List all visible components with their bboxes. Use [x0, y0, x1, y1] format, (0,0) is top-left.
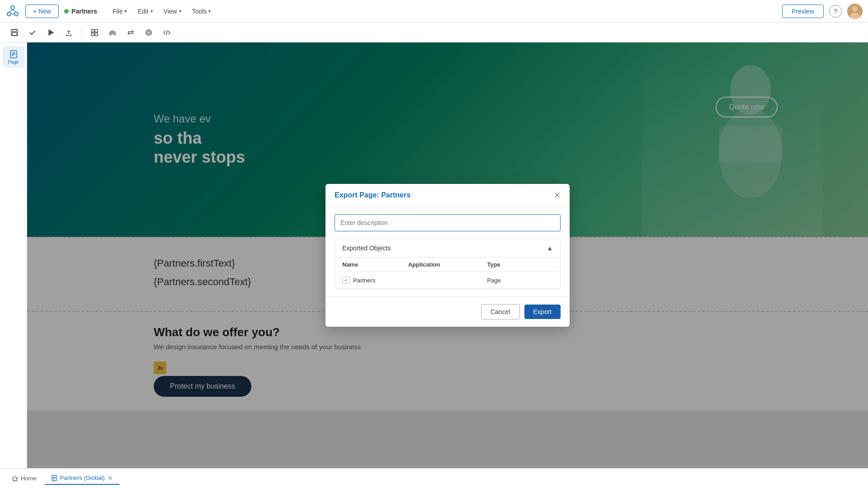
table-header-row: Name Application Type: [335, 258, 560, 272]
exported-objects-header[interactable]: Exported Objects ▲: [335, 239, 560, 257]
svg-line-24: [166, 30, 167, 35]
new-button[interactable]: + New: [25, 5, 59, 18]
svg-line-4: [13, 9, 16, 12]
transfer-icon[interactable]: [123, 25, 138, 40]
svg-rect-17: [95, 33, 98, 36]
grid-icon[interactable]: [87, 25, 102, 40]
modal-overlay: Export Page: Partners ✕ Exported Objects…: [27, 42, 868, 468]
exported-objects-label: Exported Objects: [342, 244, 391, 252]
layers-icon[interactable]: [105, 25, 120, 40]
chevron-down-icon: ▾: [151, 9, 153, 14]
toolbar: [0, 23, 868, 42]
modal-body: Exported Objects ▲ Name Application Type: [326, 207, 570, 296]
svg-point-18: [146, 30, 151, 35]
target-icon[interactable]: [142, 25, 156, 40]
home-tab-label: Home: [21, 475, 37, 482]
nav-file[interactable]: File ▾: [108, 5, 132, 18]
nav-tools[interactable]: Tools ▾: [188, 5, 216, 18]
svg-rect-10: [13, 29, 16, 32]
check-icon[interactable]: [25, 25, 40, 40]
col-name-header: Name: [342, 261, 408, 268]
row-type-cell: Page: [487, 277, 553, 284]
exported-objects-body: Name Application Type ✓ Partners: [335, 257, 560, 289]
tab-close-button[interactable]: ✕: [108, 475, 113, 481]
sidebar-item-page[interactable]: Page: [3, 46, 24, 68]
col-type-header: Type: [487, 261, 553, 268]
checkmark-icon: ✓: [344, 277, 348, 283]
preview-button[interactable]: Preview: [782, 5, 824, 18]
col-application-header: Application: [408, 261, 487, 268]
code-icon[interactable]: [160, 25, 174, 40]
svg-rect-15: [95, 29, 98, 32]
modal-footer: Cancel Export: [326, 296, 570, 327]
exported-objects-section: Exported Objects ▲ Name Application Type: [335, 239, 561, 289]
description-input[interactable]: [335, 214, 561, 231]
modal-close-button[interactable]: ✕: [554, 191, 561, 199]
svg-rect-11: [12, 33, 17, 35]
left-sidebar: Page: [0, 42, 27, 468]
sidebar-page-label: Page: [8, 60, 19, 65]
save-icon[interactable]: [7, 25, 22, 40]
svg-line-3: [9, 9, 13, 12]
svg-point-0: [11, 6, 14, 9]
toolbar-divider: [81, 27, 82, 38]
svg-point-19: [147, 31, 150, 34]
row-name-cell: ✓ Partners: [342, 277, 408, 284]
avatar[interactable]: [847, 4, 863, 19]
collapse-icon: ▲: [547, 244, 553, 252]
row-type-value: Page: [487, 277, 500, 284]
partners-tab[interactable]: Partners (Global) ✕: [45, 472, 119, 485]
export-modal: Export Page: Partners ✕ Exported Objects…: [326, 184, 570, 327]
chevron-down-icon: ▾: [124, 9, 127, 14]
svg-marker-12: [49, 30, 53, 35]
row-checkbox[interactable]: ✓: [342, 277, 349, 284]
home-tab[interactable]: Home: [5, 472, 43, 484]
status-bar: Home Partners (Global) ✕: [0, 468, 868, 488]
play-icon[interactable]: [43, 25, 58, 40]
svg-point-2: [14, 12, 18, 16]
svg-point-7: [852, 6, 858, 12]
help-icon[interactable]: ?: [829, 5, 842, 18]
svg-rect-16: [91, 33, 94, 36]
svg-point-1: [7, 12, 11, 16]
current-page-name: Partners: [71, 8, 97, 15]
export-icon[interactable]: [61, 25, 76, 40]
cancel-button[interactable]: Cancel: [481, 304, 520, 319]
modal-header: Export Page: Partners ✕: [326, 184, 570, 207]
svg-rect-14: [91, 29, 94, 32]
nav-menu: File ▾ Edit ▾ View ▾ Tools ▾: [108, 5, 215, 18]
partners-tab-label: Partners (Global): [60, 474, 105, 481]
nav-edit[interactable]: Edit ▾: [133, 5, 157, 18]
modal-title: Export Page: Partners: [335, 191, 410, 199]
table-row: ✓ Partners Page: [335, 272, 560, 289]
row-name-value: Partners: [353, 277, 375, 284]
nav-view[interactable]: View ▾: [159, 5, 186, 18]
status-dot: [64, 9, 69, 14]
app-logo: [5, 4, 20, 19]
main-content: Quote now We have ev so tha never stops …: [27, 42, 868, 468]
top-navigation: + New Partners File ▾ Edit ▾ View ▾ Tool…: [0, 0, 868, 23]
chevron-down-icon: ▾: [179, 9, 181, 14]
chevron-down-icon: ▾: [208, 9, 211, 14]
page-title-nav: Partners: [64, 8, 97, 15]
export-button[interactable]: Export: [524, 305, 561, 319]
